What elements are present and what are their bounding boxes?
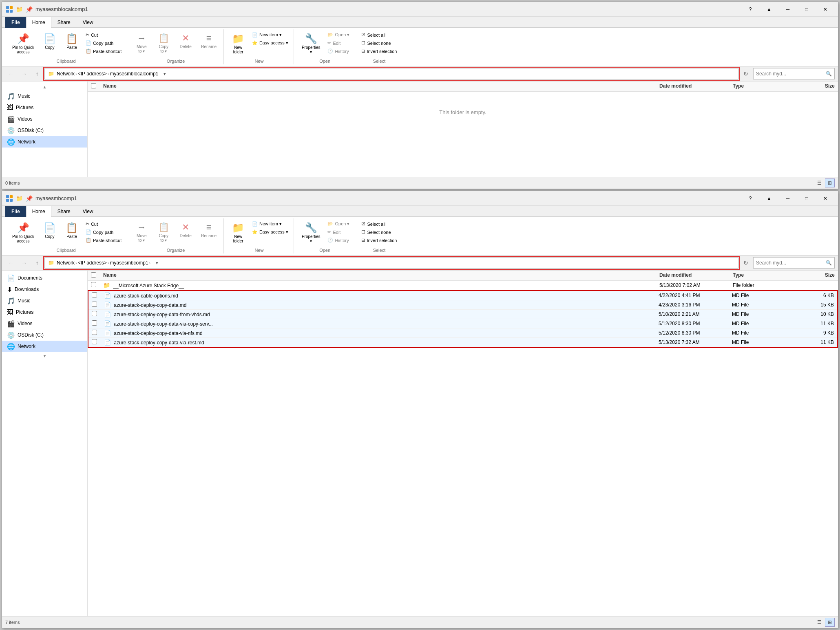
header-date-1[interactable]: Date modified: [659, 83, 733, 90]
maximize-button-1[interactable]: □: [797, 2, 816, 17]
addr-part-ip-2[interactable]: <IP address>: [78, 260, 107, 266]
table-row[interactable]: 📄 azure-stack-cable-options.md 4/22/2020…: [88, 291, 837, 300]
rename-btn-2[interactable]: ≡ Rename: [197, 220, 220, 240]
view-details-btn-1[interactable]: ⊞: [825, 178, 835, 187]
up-btn-1[interactable]: ↑: [31, 68, 43, 79]
row-check-5[interactable]: [92, 330, 104, 336]
refresh-btn-2[interactable]: ↻: [740, 257, 752, 269]
select-all-checkbox-1[interactable]: [91, 83, 96, 88]
properties-btn-1[interactable]: 🔧 Properties▾: [298, 31, 324, 56]
sidebar-item-downloads-2[interactable]: ⬇ Downloads: [2, 284, 87, 295]
sidebar-item-network-2[interactable]: 🌐 Network: [2, 341, 87, 352]
open-btn-1[interactable]: 📂 Open ▾: [325, 31, 351, 39]
sidebar-item-network-1[interactable]: 🌐 Network: [2, 136, 87, 148]
row-check-1[interactable]: [92, 292, 104, 299]
paste-btn-1[interactable]: 📋 Paste: [62, 31, 82, 52]
paste-shortcut-btn-1[interactable]: 📋 Paste shortcut: [84, 47, 124, 55]
help-button-2[interactable]: ?: [741, 191, 760, 206]
refresh-btn-1[interactable]: ↻: [740, 68, 752, 79]
sidebar-item-videos-1[interactable]: 🎬 Videos: [2, 113, 87, 125]
addr-part-comp-1[interactable]: myasesmblocalcomp1: [110, 71, 159, 77]
invert-selection-btn-1[interactable]: ⊟ Invert selection: [359, 47, 399, 55]
sidebar-scroll-up-1[interactable]: ▲: [2, 83, 87, 90]
tab-view-2[interactable]: View: [77, 206, 99, 217]
properties-btn-2[interactable]: 🔧 Properties▾: [298, 220, 324, 245]
invert-selection-btn-2[interactable]: ⊟ Invert selection: [359, 236, 399, 244]
cut-btn-1[interactable]: ✂ Cut: [84, 31, 124, 39]
table-row[interactable]: 📄 azure-stack-deploy-copy-data-via-nfs.m…: [88, 328, 837, 338]
header-name-1[interactable]: Name: [103, 83, 659, 90]
edit-btn-1[interactable]: ✏ Edit: [325, 39, 351, 47]
row-check-2[interactable]: [92, 302, 104, 308]
pin-quick-access-1[interactable]: 📌 Pin to Quickaccess: [9, 31, 38, 56]
view-details-btn-2[interactable]: ⊞: [825, 618, 835, 627]
select-all-btn-1[interactable]: ☑ Select all: [359, 31, 399, 39]
history-btn-2[interactable]: 🕐 History: [325, 236, 351, 244]
tab-file-2[interactable]: File: [5, 206, 26, 217]
sidebar-item-documents-2[interactable]: 📄 Documents: [2, 272, 87, 284]
sidebar-item-music-1[interactable]: 🎵 Music: [2, 90, 87, 102]
tab-share-2[interactable]: Share: [51, 206, 77, 217]
open-btn-2[interactable]: 📂 Open ▾: [325, 220, 351, 228]
header-size-2[interactable]: Size: [794, 272, 835, 279]
paste-shortcut-btn-2[interactable]: 📋 Paste shortcut: [84, 236, 124, 244]
row-check-4[interactable]: [92, 320, 104, 327]
copy-to-btn-1[interactable]: 📋 Copyto ▾: [153, 31, 174, 55]
sidebar-item-videos-2[interactable]: 🎬 Videos: [2, 318, 87, 329]
search-icon-2[interactable]: 🔍: [826, 260, 832, 266]
sidebar-item-music-2[interactable]: 🎵 Music: [2, 295, 87, 306]
rename-btn-1[interactable]: ≡ Rename: [197, 31, 220, 51]
addr-dropdown-1[interactable]: ▾: [161, 70, 169, 78]
easy-access-btn-2[interactable]: ⭐ Easy access ▾: [250, 228, 290, 236]
new-folder-btn-2[interactable]: 📁 Newfolder: [228, 220, 248, 245]
sidebar-item-pictures-2[interactable]: 🖼 Pictures: [2, 306, 87, 318]
new-item-btn-1[interactable]: 📄 New item ▾: [250, 31, 290, 39]
move-to-btn-2[interactable]: → Moveto ▾: [131, 220, 152, 245]
addr-part-ip-1[interactable]: <IP address>: [78, 71, 107, 77]
copy-path-btn-1[interactable]: 📄 Copy path: [84, 39, 124, 47]
edit-btn-2[interactable]: ✏ Edit: [325, 228, 351, 236]
cut-btn-2[interactable]: ✂ Cut: [84, 220, 124, 228]
move-to-btn-1[interactable]: → Moveto ▾: [131, 31, 152, 55]
address-box-2[interactable]: 📁 Network › <IP address> › myasesmbcomp1…: [44, 257, 738, 269]
tab-home-2[interactable]: Home: [26, 206, 51, 217]
header-date-2[interactable]: Date modified: [659, 272, 733, 279]
tab-file-1[interactable]: File: [5, 17, 26, 28]
history-btn-1[interactable]: 🕐 History: [325, 47, 351, 55]
delete-btn-1[interactable]: ✕ Delete: [175, 31, 196, 51]
header-name-2[interactable]: Name: [103, 272, 659, 279]
back-btn-1[interactable]: ←: [5, 68, 17, 79]
copy-btn-2[interactable]: 📄 Copy: [40, 220, 60, 241]
chevron-collapse-1[interactable]: ▲: [760, 2, 778, 17]
row-check-3[interactable]: [92, 311, 104, 317]
row-check-0[interactable]: [91, 282, 103, 289]
addr-dropdown-2[interactable]: ▾: [153, 259, 161, 267]
table-row[interactable]: 📄 azure-stack-deploy-copy-data.md 4/23/2…: [88, 300, 837, 310]
forward-btn-1[interactable]: →: [18, 68, 30, 79]
forward-btn-2[interactable]: →: [18, 257, 30, 269]
search-input-1[interactable]: [756, 71, 824, 77]
header-type-2[interactable]: Type: [733, 272, 794, 279]
header-size-1[interactable]: Size: [794, 83, 835, 90]
copy-btn-1[interactable]: 📄 Copy: [40, 31, 60, 52]
easy-access-btn-1[interactable]: ⭐ Easy access ▾: [250, 39, 290, 47]
addr-part-network-1[interactable]: Network: [57, 71, 75, 77]
header-type-1[interactable]: Type: [733, 83, 794, 90]
sidebar-item-osdisk-1[interactable]: 💿 OSDisk (C:): [2, 125, 87, 136]
header-check-2[interactable]: [91, 272, 103, 279]
delete-btn-2[interactable]: ✕ Delete: [175, 220, 196, 240]
pin-quick-access-2[interactable]: 📌 Pin to Quickaccess: [9, 220, 38, 245]
header-check-1[interactable]: [91, 83, 103, 90]
chevron-collapse-2[interactable]: ▲: [760, 191, 778, 206]
tab-view-1[interactable]: View: [77, 17, 99, 28]
paste-btn-2[interactable]: 📋 Paste: [62, 220, 82, 241]
table-row[interactable]: 📄 azure-stack-deploy-copy-data-via-rest.…: [88, 338, 837, 347]
help-button-1[interactable]: ?: [741, 2, 760, 17]
copy-path-btn-2[interactable]: 📄 Copy path: [84, 228, 124, 236]
sidebar-scroll-down-2[interactable]: ▼: [2, 352, 87, 359]
table-row[interactable]: 📄 azure-stack-deploy-copy-data-from-vhds…: [88, 310, 837, 319]
new-folder-btn-1[interactable]: 📁 Newfolder: [228, 31, 248, 56]
search-box-2[interactable]: 🔍: [753, 257, 835, 269]
view-list-btn-1[interactable]: ☰: [814, 178, 824, 187]
search-box-1[interactable]: 🔍: [753, 68, 835, 79]
